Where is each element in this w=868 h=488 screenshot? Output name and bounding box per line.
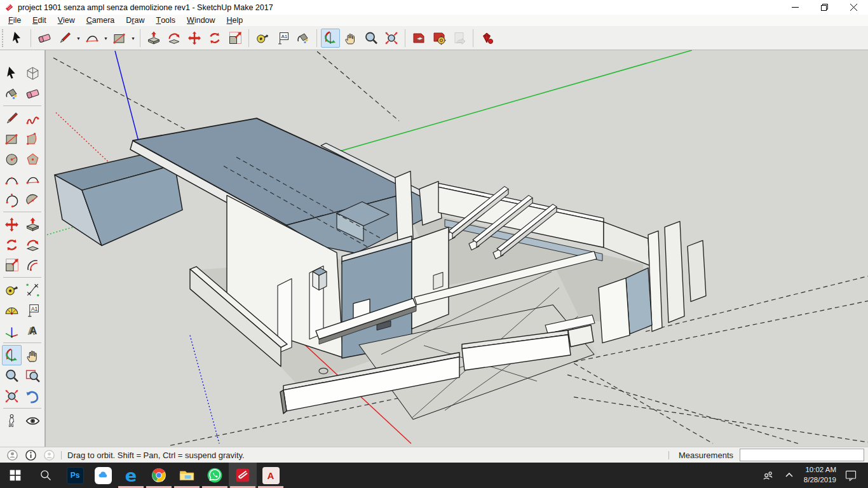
photoshop-taskbar-button[interactable]: Ps — [61, 463, 89, 488]
credits-icon[interactable] — [43, 449, 55, 461]
protractor-tool-button[interactable] — [2, 300, 22, 320]
menu-draw[interactable]: Draw — [120, 15, 150, 26]
look-around-tool-button[interactable] — [23, 410, 43, 431]
extension-warehouse-tool-button[interactable] — [430, 29, 449, 48]
3-point-arc-tool-button[interactable] — [2, 189, 22, 210]
text-icon — [275, 30, 290, 46]
chrome-taskbar-button[interactable] — [145, 463, 173, 488]
geolocation-icon[interactable] — [6, 449, 18, 461]
pan-tool-button[interactable] — [23, 345, 43, 365]
select-tool-button[interactable] — [2, 63, 22, 83]
eraser-tool-button[interactable] — [35, 29, 54, 48]
3d-warehouse-tool-button[interactable] — [409, 29, 428, 48]
line-tool-button[interactable] — [2, 108, 22, 128]
toolbar-separator — [31, 29, 31, 47]
text-tool-button[interactable] — [23, 300, 43, 320]
scale-tool-button[interactable] — [2, 255, 22, 275]
3d-viewport[interactable] — [46, 50, 868, 447]
rectangle-dropdown[interactable]: ▼ — [130, 29, 137, 48]
menu-help[interactable]: Help — [221, 15, 249, 26]
follow-me-tool-button[interactable] — [165, 29, 184, 48]
orbit-tool-button[interactable] — [321, 29, 340, 48]
paint-bucket-tool-button[interactable] — [294, 29, 313, 48]
pan-tool-button[interactable] — [341, 29, 360, 48]
toolbar-grip[interactable] — [2, 29, 5, 47]
rotated-rectangle-icon — [25, 131, 41, 147]
whatsapp-icon — [207, 467, 223, 484]
minimize-button[interactable] — [780, 0, 810, 15]
menu-view[interactable]: View — [52, 15, 81, 26]
dimension-tool-button[interactable] — [23, 280, 43, 300]
eraser-tool-button[interactable] — [23, 83, 43, 104]
zoom-tool-button[interactable] — [2, 365, 22, 386]
file-explorer-taskbar-button[interactable] — [173, 463, 201, 488]
zoom-window-tool-button[interactable] — [23, 365, 43, 386]
freehand-tool-button[interactable] — [23, 108, 43, 128]
tray-chevron-icon[interactable] — [781, 467, 797, 484]
push-pull-tool-button[interactable] — [144, 29, 163, 48]
people-icon[interactable] — [759, 467, 776, 484]
text-tool-button[interactable] — [273, 29, 292, 48]
extensions-tool-button[interactable] — [477, 29, 496, 48]
pie-tool-button[interactable] — [23, 189, 43, 210]
icloud-taskbar-button[interactable] — [89, 463, 117, 488]
arc-icon — [25, 172, 41, 187]
tape-measure-tool-button[interactable] — [2, 280, 22, 300]
search-taskbar-button[interactable] — [31, 463, 61, 488]
line-tool-button[interactable] — [55, 29, 74, 48]
restore-button[interactable] — [810, 0, 839, 15]
offset-tool-button[interactable] — [23, 255, 43, 275]
arc-dropdown[interactable]: ▼ — [102, 29, 109, 48]
follow-me-icon — [166, 30, 182, 46]
circle-tool-button[interactable] — [2, 149, 22, 169]
rotated-rectangle-tool-button[interactable] — [23, 128, 43, 149]
rotate-tool-button[interactable] — [2, 234, 22, 255]
orbit-tool-button[interactable] — [2, 345, 22, 365]
move-tool-button[interactable] — [185, 29, 204, 48]
rectangle-tool-button[interactable] — [2, 128, 22, 149]
share-model-tool-button[interactable] — [450, 29, 469, 48]
info-icon[interactable] — [25, 449, 37, 461]
zoom-extents-tool-button[interactable] — [2, 386, 22, 406]
tape-measure-tool-button[interactable] — [253, 29, 272, 48]
arc-tool-button[interactable] — [23, 169, 43, 189]
2-point-arc-tool-button[interactable] — [2, 169, 22, 189]
axes-tool-button[interactable] — [2, 320, 22, 341]
select-tool-button[interactable] — [8, 29, 27, 48]
protractor-icon — [4, 302, 20, 318]
rotate-tool-button[interactable] — [205, 29, 224, 48]
rectangle-tool-button[interactable] — [110, 29, 129, 48]
position-camera-tool-button[interactable] — [2, 410, 22, 431]
measurements-input[interactable] — [740, 449, 864, 461]
3d-text-icon — [25, 323, 41, 339]
sketchup-taskbar-button[interactable] — [229, 463, 257, 488]
autocad-taskbar-button[interactable]: A — [257, 463, 285, 488]
edge-taskbar-button[interactable]: e — [117, 463, 145, 488]
close-button[interactable] — [839, 0, 868, 15]
move-tool-button[interactable] — [2, 214, 22, 234]
arc-tool-button[interactable] — [83, 29, 102, 48]
zoom-extents-tool-button[interactable] — [382, 29, 401, 48]
menu-window[interactable]: Window — [181, 15, 220, 26]
start-taskbar-button[interactable] — [0, 463, 31, 488]
share-model-icon — [452, 30, 467, 46]
action-center-icon[interactable] — [843, 467, 859, 484]
menu-tools[interactable]: Tools — [151, 15, 182, 26]
taskbar-clock[interactable]: 10:02 AM 8/28/2019 — [804, 465, 836, 485]
menu-file[interactable]: File — [3, 15, 27, 26]
push-pull-tool-button[interactable] — [23, 214, 43, 234]
3d-text-tool-button[interactable] — [23, 320, 43, 341]
left-toolbar-separator — [3, 342, 41, 343]
whatsapp-taskbar-button[interactable] — [201, 463, 229, 488]
zoom-tool-button[interactable] — [362, 29, 381, 48]
scale-tool-button[interactable] — [226, 29, 245, 48]
make-component-tool-button[interactable] — [23, 63, 43, 83]
pan-icon — [25, 348, 41, 363]
previous-tool-button[interactable] — [23, 386, 43, 406]
polygon-tool-button[interactable] — [23, 149, 43, 169]
paint-bucket-tool-button[interactable] — [2, 83, 22, 104]
follow-me-tool-button[interactable] — [23, 234, 43, 255]
menu-edit[interactable]: Edit — [27, 15, 52, 26]
menu-camera[interactable]: Camera — [81, 15, 120, 26]
line-dropdown[interactable]: ▼ — [75, 29, 82, 48]
